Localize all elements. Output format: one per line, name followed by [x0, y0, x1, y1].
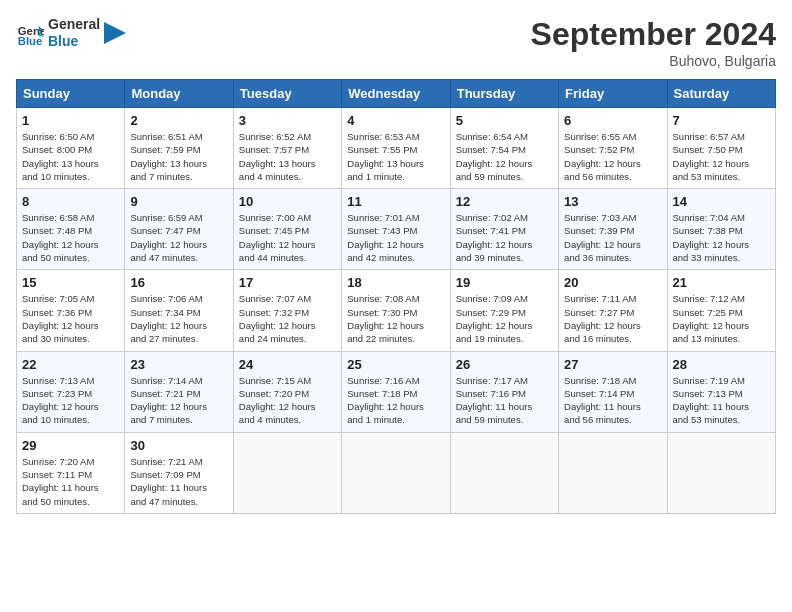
- day-number: 6: [564, 113, 661, 128]
- calendar-cell: 3Sunrise: 6:52 AM Sunset: 7:57 PM Daylig…: [233, 108, 341, 189]
- calendar-body: 1Sunrise: 6:50 AM Sunset: 8:00 PM Daylig…: [17, 108, 776, 514]
- calendar-cell: 19Sunrise: 7:09 AM Sunset: 7:29 PM Dayli…: [450, 270, 558, 351]
- calendar-cell: 18Sunrise: 7:08 AM Sunset: 7:30 PM Dayli…: [342, 270, 450, 351]
- day-number: 25: [347, 357, 444, 372]
- day-number: 28: [673, 357, 770, 372]
- calendar-cell: 10Sunrise: 7:00 AM Sunset: 7:45 PM Dayli…: [233, 189, 341, 270]
- calendar-cell: 8Sunrise: 6:58 AM Sunset: 7:48 PM Daylig…: [17, 189, 125, 270]
- logo-blue: Blue: [48, 33, 100, 50]
- day-info: Sunrise: 7:02 AM Sunset: 7:41 PM Dayligh…: [456, 211, 553, 264]
- day-info: Sunrise: 7:04 AM Sunset: 7:38 PM Dayligh…: [673, 211, 770, 264]
- calendar-cell: 6Sunrise: 6:55 AM Sunset: 7:52 PM Daylig…: [559, 108, 667, 189]
- calendar-cell: 5Sunrise: 6:54 AM Sunset: 7:54 PM Daylig…: [450, 108, 558, 189]
- logo-general: General: [48, 16, 100, 33]
- day-number: 24: [239, 357, 336, 372]
- weekday-header-tuesday: Tuesday: [233, 80, 341, 108]
- day-info: Sunrise: 6:55 AM Sunset: 7:52 PM Dayligh…: [564, 130, 661, 183]
- day-number: 4: [347, 113, 444, 128]
- day-number: 15: [22, 275, 119, 290]
- day-info: Sunrise: 7:11 AM Sunset: 7:27 PM Dayligh…: [564, 292, 661, 345]
- calendar-table: SundayMondayTuesdayWednesdayThursdayFrid…: [16, 79, 776, 514]
- day-number: 26: [456, 357, 553, 372]
- weekday-header-friday: Friday: [559, 80, 667, 108]
- month-title: September 2024: [531, 16, 776, 53]
- calendar-cell: [667, 432, 775, 513]
- calendar-cell: 26Sunrise: 7:17 AM Sunset: 7:16 PM Dayli…: [450, 351, 558, 432]
- calendar-cell: 4Sunrise: 6:53 AM Sunset: 7:55 PM Daylig…: [342, 108, 450, 189]
- calendar-cell: 11Sunrise: 7:01 AM Sunset: 7:43 PM Dayli…: [342, 189, 450, 270]
- calendar-cell: [342, 432, 450, 513]
- calendar-week-2: 8Sunrise: 6:58 AM Sunset: 7:48 PM Daylig…: [17, 189, 776, 270]
- day-info: Sunrise: 7:05 AM Sunset: 7:36 PM Dayligh…: [22, 292, 119, 345]
- day-info: Sunrise: 7:17 AM Sunset: 7:16 PM Dayligh…: [456, 374, 553, 427]
- day-info: Sunrise: 7:13 AM Sunset: 7:23 PM Dayligh…: [22, 374, 119, 427]
- day-number: 3: [239, 113, 336, 128]
- day-number: 13: [564, 194, 661, 209]
- location: Buhovo, Bulgaria: [531, 53, 776, 69]
- day-info: Sunrise: 7:12 AM Sunset: 7:25 PM Dayligh…: [673, 292, 770, 345]
- day-info: Sunrise: 6:54 AM Sunset: 7:54 PM Dayligh…: [456, 130, 553, 183]
- day-info: Sunrise: 7:21 AM Sunset: 7:09 PM Dayligh…: [130, 455, 227, 508]
- day-info: Sunrise: 7:01 AM Sunset: 7:43 PM Dayligh…: [347, 211, 444, 264]
- day-info: Sunrise: 7:09 AM Sunset: 7:29 PM Dayligh…: [456, 292, 553, 345]
- day-info: Sunrise: 6:57 AM Sunset: 7:50 PM Dayligh…: [673, 130, 770, 183]
- calendar-cell: 15Sunrise: 7:05 AM Sunset: 7:36 PM Dayli…: [17, 270, 125, 351]
- weekday-header-sunday: Sunday: [17, 80, 125, 108]
- logo: General Blue General Blue: [16, 16, 126, 50]
- weekday-header-wednesday: Wednesday: [342, 80, 450, 108]
- day-number: 17: [239, 275, 336, 290]
- day-number: 8: [22, 194, 119, 209]
- day-number: 2: [130, 113, 227, 128]
- weekday-header-thursday: Thursday: [450, 80, 558, 108]
- day-number: 12: [456, 194, 553, 209]
- day-number: 27: [564, 357, 661, 372]
- calendar-cell: 29Sunrise: 7:20 AM Sunset: 7:11 PM Dayli…: [17, 432, 125, 513]
- day-info: Sunrise: 7:08 AM Sunset: 7:30 PM Dayligh…: [347, 292, 444, 345]
- day-info: Sunrise: 6:53 AM Sunset: 7:55 PM Dayligh…: [347, 130, 444, 183]
- calendar-cell: 20Sunrise: 7:11 AM Sunset: 7:27 PM Dayli…: [559, 270, 667, 351]
- calendar-cell: 30Sunrise: 7:21 AM Sunset: 7:09 PM Dayli…: [125, 432, 233, 513]
- day-info: Sunrise: 7:18 AM Sunset: 7:14 PM Dayligh…: [564, 374, 661, 427]
- day-info: Sunrise: 7:14 AM Sunset: 7:21 PM Dayligh…: [130, 374, 227, 427]
- calendar-cell: [450, 432, 558, 513]
- day-number: 1: [22, 113, 119, 128]
- calendar-cell: 7Sunrise: 6:57 AM Sunset: 7:50 PM Daylig…: [667, 108, 775, 189]
- day-number: 7: [673, 113, 770, 128]
- day-number: 20: [564, 275, 661, 290]
- weekday-header-row: SundayMondayTuesdayWednesdayThursdayFrid…: [17, 80, 776, 108]
- calendar-cell: 13Sunrise: 7:03 AM Sunset: 7:39 PM Dayli…: [559, 189, 667, 270]
- day-number: 19: [456, 275, 553, 290]
- calendar-week-4: 22Sunrise: 7:13 AM Sunset: 7:23 PM Dayli…: [17, 351, 776, 432]
- calendar-cell: [233, 432, 341, 513]
- day-info: Sunrise: 6:52 AM Sunset: 7:57 PM Dayligh…: [239, 130, 336, 183]
- page-header: General Blue General Blue September 2024…: [16, 16, 776, 69]
- calendar-cell: 25Sunrise: 7:16 AM Sunset: 7:18 PM Dayli…: [342, 351, 450, 432]
- day-number: 18: [347, 275, 444, 290]
- day-info: Sunrise: 7:20 AM Sunset: 7:11 PM Dayligh…: [22, 455, 119, 508]
- day-info: Sunrise: 7:07 AM Sunset: 7:32 PM Dayligh…: [239, 292, 336, 345]
- day-number: 5: [456, 113, 553, 128]
- logo-arrow-icon: [104, 22, 126, 44]
- calendar-week-3: 15Sunrise: 7:05 AM Sunset: 7:36 PM Dayli…: [17, 270, 776, 351]
- calendar-cell: 28Sunrise: 7:19 AM Sunset: 7:13 PM Dayli…: [667, 351, 775, 432]
- calendar-cell: 9Sunrise: 6:59 AM Sunset: 7:47 PM Daylig…: [125, 189, 233, 270]
- calendar-cell: 22Sunrise: 7:13 AM Sunset: 7:23 PM Dayli…: [17, 351, 125, 432]
- calendar-week-5: 29Sunrise: 7:20 AM Sunset: 7:11 PM Dayli…: [17, 432, 776, 513]
- day-info: Sunrise: 6:59 AM Sunset: 7:47 PM Dayligh…: [130, 211, 227, 264]
- day-info: Sunrise: 6:50 AM Sunset: 8:00 PM Dayligh…: [22, 130, 119, 183]
- calendar-cell: 1Sunrise: 6:50 AM Sunset: 8:00 PM Daylig…: [17, 108, 125, 189]
- day-number: 14: [673, 194, 770, 209]
- day-info: Sunrise: 7:03 AM Sunset: 7:39 PM Dayligh…: [564, 211, 661, 264]
- day-info: Sunrise: 7:06 AM Sunset: 7:34 PM Dayligh…: [130, 292, 227, 345]
- logo-icon: General Blue: [16, 19, 44, 47]
- svg-text:Blue: Blue: [18, 35, 43, 47]
- calendar-cell: 21Sunrise: 7:12 AM Sunset: 7:25 PM Dayli…: [667, 270, 775, 351]
- day-number: 21: [673, 275, 770, 290]
- calendar-cell: 16Sunrise: 7:06 AM Sunset: 7:34 PM Dayli…: [125, 270, 233, 351]
- day-info: Sunrise: 7:15 AM Sunset: 7:20 PM Dayligh…: [239, 374, 336, 427]
- day-info: Sunrise: 6:58 AM Sunset: 7:48 PM Dayligh…: [22, 211, 119, 264]
- day-number: 9: [130, 194, 227, 209]
- day-info: Sunrise: 7:16 AM Sunset: 7:18 PM Dayligh…: [347, 374, 444, 427]
- title-block: September 2024 Buhovo, Bulgaria: [531, 16, 776, 69]
- day-number: 16: [130, 275, 227, 290]
